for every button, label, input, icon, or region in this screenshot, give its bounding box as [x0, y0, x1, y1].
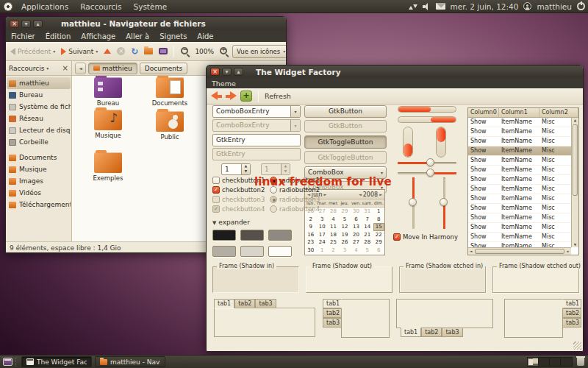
- file-item-musique[interactable]: Musique: [81, 110, 135, 139]
- resize-grip[interactable]: [573, 342, 581, 350]
- calendar-day[interactable]: 25: [328, 238, 339, 247]
- forward-arrow-icon[interactable]: [226, 91, 237, 101]
- home-button[interactable]: [142, 47, 155, 55]
- gtkentry[interactable]: GtkEntry: [212, 134, 301, 146]
- tab-tab1[interactable]: tab1: [214, 299, 234, 308]
- scroll-up-icon[interactable]: ▲: [572, 118, 578, 122]
- slider-handle[interactable]: [440, 198, 448, 206]
- sidebar-item-lecteur de disquettes[interactable]: Lecteur de disquettes: [7, 124, 71, 136]
- calendar-day[interactable]: 9: [305, 223, 316, 231]
- color-swatch[interactable]: [268, 246, 292, 257]
- slider-handle[interactable]: [426, 158, 434, 166]
- sidebar-close-icon[interactable]: ×: [62, 64, 68, 72]
- color-swatch[interactable]: [240, 246, 264, 257]
- column-header[interactable]: Column2: [539, 108, 578, 117]
- title-bar[interactable]: × ▾ ▴ matthieu - Navigateur de fichiers: [6, 17, 286, 30]
- tab-tab3[interactable]: tab3: [323, 318, 342, 328]
- comboboxentry[interactable]: ComboBoxEntry▾: [212, 105, 301, 118]
- column-header[interactable]: Column0: [468, 108, 499, 117]
- calendar-day[interactable]: 27: [351, 238, 362, 247]
- calendar-day[interactable]: 1: [316, 247, 327, 255]
- calendar-day[interactable]: 10: [316, 223, 327, 231]
- table-row[interactable]: ShowItemNameMisc: [468, 175, 571, 185]
- back-arrow-icon[interactable]: [211, 91, 222, 101]
- close-button[interactable]: ×: [210, 68, 220, 76]
- calendar-day[interactable]: 19: [339, 231, 350, 239]
- sidebar-item-musique[interactable]: Musique: [7, 163, 71, 175]
- maximize-button[interactable]: ▴: [234, 68, 243, 76]
- calendar-day[interactable]: 14: [362, 223, 373, 231]
- tab-tab1[interactable]: tab1: [562, 299, 581, 308]
- calendar-day[interactable]: 3: [339, 247, 350, 255]
- calendar-day[interactable]: 7: [362, 216, 373, 224]
- view-mode-select[interactable]: Vue en icônes▾: [232, 45, 287, 58]
- refresh-button[interactable]: Refresh: [265, 92, 291, 100]
- table-row[interactable]: ShowItemNameMisc: [468, 118, 571, 127]
- vscale-1[interactable]: [412, 177, 415, 229]
- scroll-down-icon[interactable]: ▼: [572, 243, 578, 247]
- network-icon[interactable]: [409, 3, 417, 10]
- move-in-harmony-checkbox[interactable]: ✓ Move In Harmony: [393, 233, 458, 241]
- color-swatch[interactable]: [268, 230, 292, 241]
- minimize-button[interactable]: ▾: [222, 68, 232, 76]
- spinner-arrows-icon[interactable]: ▲▼: [241, 164, 250, 174]
- calendar-day[interactable]: 12: [339, 223, 350, 231]
- clock[interactable]: mer. 2 juin, 12:40: [451, 2, 519, 11]
- scrollbar-thumb[interactable]: [475, 249, 564, 254]
- table-row[interactable]: ShowItemNameMisc: [468, 213, 571, 223]
- menu-item[interactable]: Fichier: [6, 32, 40, 40]
- table-row[interactable]: ShowItemNameMisc: [468, 146, 571, 156]
- calendar-day[interactable]: 2: [328, 247, 339, 255]
- prev-year-button[interactable]: ◄: [359, 192, 362, 197]
- tab-tab3[interactable]: tab3: [255, 299, 276, 308]
- sidebar-item-documents[interactable]: Documents: [7, 152, 71, 163]
- sidebar-item-matthieu[interactable]: matthieu: [7, 77, 71, 89]
- up-button[interactable]: [101, 48, 113, 54]
- ubuntu-logo-icon[interactable]: [4, 2, 12, 11]
- table-row[interactable]: ShowItemNameMisc: [468, 204, 571, 213]
- table-row[interactable]: ShowItemNameMisc: [468, 233, 571, 242]
- calendar-day[interactable]: 21: [362, 231, 373, 239]
- calendar-day[interactable]: 17: [316, 231, 327, 239]
- table-row[interactable]: ShowItemNameMisc: [468, 166, 571, 175]
- file-item-bureau[interactable]: Bureau: [81, 77, 135, 107]
- menu-applications[interactable]: Applications: [15, 2, 74, 11]
- zoom-out-button[interactable]: −: [178, 46, 192, 57]
- calendar-day[interactable]: 22: [373, 231, 384, 239]
- user-menu[interactable]: matthieu: [537, 2, 572, 11]
- tab-tab3[interactable]: tab3: [562, 318, 581, 328]
- calendar-day[interactable]: 28: [328, 208, 339, 216]
- tab-tab2[interactable]: tab2: [421, 328, 442, 337]
- path-button-documents[interactable]: Documents: [140, 63, 187, 74]
- vscale-2[interactable]: [443, 177, 445, 229]
- calendar-day[interactable]: 29: [373, 238, 384, 247]
- sidebar-item-vidéos[interactable]: Vidéos: [7, 187, 71, 199]
- workspace-1[interactable]: [528, 358, 539, 366]
- calendar-day[interactable]: 26: [339, 238, 350, 247]
- gtktogglebutton[interactable]: GtkToggleButton: [304, 135, 387, 149]
- add-button[interactable]: +: [240, 91, 252, 102]
- expander[interactable]: ▼ expander: [212, 219, 250, 226]
- calendar-day[interactable]: 5: [362, 247, 373, 255]
- calendar-day[interactable]: 11: [328, 223, 339, 231]
- table-row[interactable]: ShowItemNameMisc: [468, 127, 571, 137]
- reload-button[interactable]: ↻: [129, 46, 140, 57]
- maximize-button[interactable]: ▴: [33, 20, 43, 28]
- sidebar-item-téléchargements[interactable]: Téléchargements: [7, 199, 71, 210]
- calendar-day[interactable]: 5: [339, 216, 350, 224]
- scrollbar-thumb[interactable]: [573, 124, 578, 196]
- tab-tab3[interactable]: tab3: [442, 328, 462, 337]
- menu-système[interactable]: Système: [128, 2, 173, 11]
- computer-button[interactable]: [157, 47, 170, 55]
- calendar-day[interactable]: 24: [316, 238, 327, 247]
- hscale-1[interactable]: [398, 162, 456, 164]
- calendar-day[interactable]: 2: [305, 216, 316, 224]
- workspace-4[interactable]: [561, 358, 572, 366]
- table-row[interactable]: ShowItemNameMisc: [468, 194, 571, 204]
- close-button[interactable]: ×: [10, 20, 19, 28]
- taskbar-item[interactable]: matthieu - Navigateur...: [95, 356, 165, 367]
- color-swatch[interactable]: [240, 230, 264, 241]
- menu-item[interactable]: Affichage: [76, 32, 121, 40]
- volume-icon[interactable]: [423, 3, 431, 10]
- stop-button[interactable]: ×: [115, 46, 127, 56]
